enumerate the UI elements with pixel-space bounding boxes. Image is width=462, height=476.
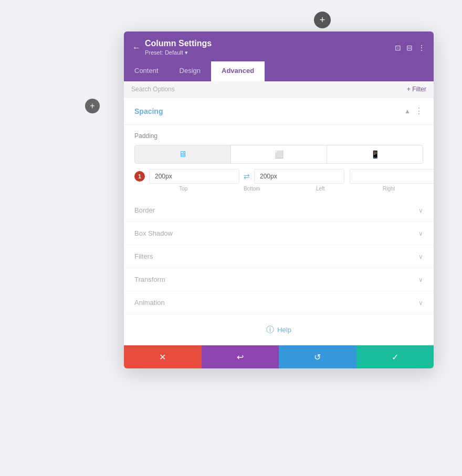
header-right: ⊡ ⊟ ⋮ bbox=[395, 44, 425, 52]
save-button[interactable]: ✓ bbox=[356, 345, 434, 368]
top-input[interactable] bbox=[149, 169, 239, 184]
filters-title: Filters bbox=[134, 252, 153, 260]
columns-icon[interactable]: ⊟ bbox=[406, 44, 413, 52]
device-tab-mobile[interactable]: 📱 bbox=[327, 145, 423, 163]
tab-advanced[interactable]: Advanced bbox=[211, 61, 265, 81]
device-tabs: 🖥 ⬜ 📱 bbox=[134, 145, 423, 164]
link-icon[interactable]: ⇄ bbox=[244, 172, 250, 181]
help-row[interactable]: ⓘ Help bbox=[124, 314, 434, 345]
more-icon[interactable]: ⋮ bbox=[418, 44, 425, 52]
search-placeholder[interactable]: Search Options bbox=[131, 86, 175, 93]
border-title: Border bbox=[134, 206, 155, 214]
padding-input-row: 1 ⇄ ⇄ bbox=[134, 169, 423, 184]
mobile-icon: 📱 bbox=[371, 150, 380, 158]
filters-chevron: ∨ bbox=[418, 253, 423, 260]
animation-chevron: ∨ bbox=[418, 299, 423, 306]
spacing-section-header: Spacing ▲ ⋮ bbox=[134, 106, 423, 116]
tabs-bar: Content Design Advanced bbox=[124, 61, 434, 81]
transform-chevron: ∨ bbox=[418, 276, 423, 283]
redo-button[interactable]: ↺ bbox=[279, 345, 356, 368]
save-icon: ✓ bbox=[392, 352, 398, 362]
animation-section[interactable]: Animation ∨ bbox=[124, 291, 434, 314]
input-labels: Top Bottom Left Right bbox=[134, 186, 423, 192]
cancel-button[interactable]: ✕ bbox=[124, 345, 202, 368]
tab-design[interactable]: Design bbox=[169, 61, 211, 81]
add-button-top[interactable]: + bbox=[314, 12, 331, 28]
tab-content[interactable]: Content bbox=[124, 61, 169, 81]
padding-label: Padding bbox=[134, 132, 423, 140]
left-input-group: ⇄ bbox=[149, 169, 344, 184]
right-label: Right bbox=[355, 186, 424, 192]
back-icon[interactable]: ← bbox=[132, 43, 141, 52]
right-input-group: ⇄ bbox=[350, 169, 434, 184]
box-shadow-title: Box Shadow bbox=[134, 229, 173, 237]
reset-button[interactable]: ↩ bbox=[202, 345, 279, 368]
left-label: Left bbox=[286, 186, 355, 192]
desktop-icon: 🖥 bbox=[178, 150, 187, 159]
animation-title: Animation bbox=[134, 299, 165, 306]
device-tab-tablet[interactable]: ⬜ bbox=[231, 145, 327, 163]
top-label: Top bbox=[149, 186, 218, 192]
badge-number: 1 bbox=[134, 171, 145, 182]
cancel-icon: ✕ bbox=[159, 352, 166, 362]
device-tab-desktop[interactable]: 🖥 bbox=[135, 145, 231, 163]
spacing-title: Spacing bbox=[134, 107, 163, 115]
expand-icon[interactable]: ⊡ bbox=[395, 44, 401, 52]
filters-section[interactable]: Filters ∨ bbox=[124, 245, 434, 268]
border-section[interactable]: Border ∨ bbox=[124, 199, 434, 222]
modal-header: ← Column Settings Preset: Default ▾ ⊡ ⊟ … bbox=[124, 31, 434, 61]
bottom-input[interactable] bbox=[254, 169, 344, 184]
filter-button[interactable]: + Filter bbox=[407, 86, 426, 93]
spacing-more-icon[interactable]: ⋮ bbox=[415, 106, 423, 116]
padding-section: Padding 🖥 ⬜ 📱 1 ⇄ ⇄ bbox=[124, 125, 434, 199]
bottom-label: Bottom bbox=[218, 186, 287, 192]
column-settings-modal: ← Column Settings Preset: Default ▾ ⊡ ⊟ … bbox=[124, 31, 434, 368]
help-text: Help bbox=[277, 326, 291, 334]
modal-title: Column Settings bbox=[145, 39, 212, 48]
add-button-left[interactable]: + bbox=[85, 99, 100, 113]
search-bar: Search Options + Filter bbox=[124, 81, 434, 98]
left-input[interactable] bbox=[350, 170, 434, 183]
box-shadow-chevron: ∨ bbox=[418, 230, 423, 237]
help-icon: ⓘ bbox=[266, 325, 274, 335]
section-header-right: ▲ ⋮ bbox=[404, 106, 423, 116]
transform-section[interactable]: Transform ∨ bbox=[124, 268, 434, 291]
reset-icon: ↩ bbox=[237, 352, 244, 362]
border-chevron: ∨ bbox=[418, 207, 423, 214]
preset-label[interactable]: Preset: Default ▾ bbox=[145, 49, 212, 56]
tablet-icon: ⬜ bbox=[275, 150, 284, 158]
header-left: ← Column Settings Preset: Default ▾ bbox=[132, 39, 212, 56]
spacing-collapse-icon[interactable]: ▲ bbox=[404, 108, 411, 115]
box-shadow-section[interactable]: Box Shadow ∨ bbox=[124, 222, 434, 245]
transform-title: Transform bbox=[134, 276, 165, 283]
spacing-section: Spacing ▲ ⋮ bbox=[124, 98, 434, 125]
redo-icon: ↺ bbox=[314, 352, 321, 362]
title-group: Column Settings Preset: Default ▾ bbox=[145, 39, 212, 56]
modal-footer: ✕ ↩ ↺ ✓ bbox=[124, 345, 434, 368]
